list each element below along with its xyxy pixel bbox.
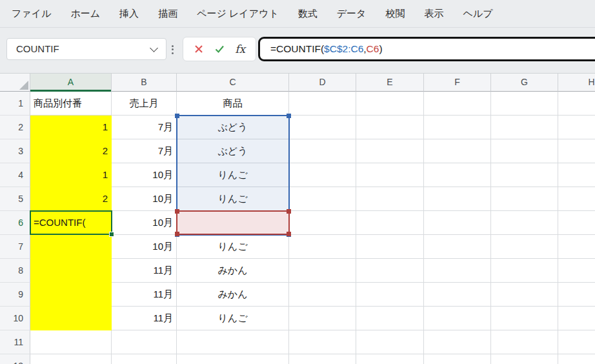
cell-f1[interactable]	[424, 92, 491, 116]
cell-c5[interactable]: りんご	[177, 187, 289, 211]
cell-e3[interactable]	[356, 139, 424, 163]
menu-tab-2[interactable]: 挿入	[119, 8, 139, 20]
cell-b11[interactable]	[112, 330, 177, 354]
cell-a5[interactable]: 2	[30, 187, 112, 211]
menu-tab-8[interactable]: 表示	[424, 8, 443, 20]
column-header-a[interactable]: A	[30, 74, 112, 92]
cell-a12[interactable]	[30, 354, 112, 364]
cell-c12[interactable]	[177, 354, 289, 364]
row-header-1[interactable]: 1	[0, 92, 30, 116]
column-header-e[interactable]: E	[356, 74, 424, 92]
cell-e2[interactable]	[356, 116, 424, 139]
cell-c2[interactable]: ぶどう	[177, 116, 289, 139]
row-header-6[interactable]: 6	[0, 211, 30, 235]
cell-g9[interactable]	[491, 283, 558, 307]
column-header-c[interactable]: C	[177, 74, 289, 92]
menu-tab-7[interactable]: 校閲	[385, 8, 405, 20]
column-header-h[interactable]: H	[558, 74, 595, 92]
cell-b6[interactable]: 10月	[112, 211, 177, 235]
cell-b1[interactable]: 売上月	[112, 92, 177, 116]
cancel-button[interactable]	[194, 44, 204, 54]
cell-h2[interactable]	[558, 116, 595, 139]
cell-a1[interactable]: 商品別付番	[30, 92, 112, 116]
cell-d6[interactable]	[289, 211, 356, 235]
cell-d7[interactable]	[289, 235, 356, 259]
cell-e10[interactable]	[356, 307, 424, 330]
cell-a11[interactable]	[30, 330, 112, 354]
chevron-down-icon[interactable]	[150, 44, 158, 52]
menu-tab-0[interactable]: ファイル	[12, 8, 51, 20]
cell-b9[interactable]: 11月	[112, 283, 177, 307]
cell-f8[interactable]	[424, 259, 491, 283]
menu-tab-1[interactable]: ホーム	[70, 8, 100, 20]
cell-g1[interactable]	[491, 92, 558, 116]
cell-a2[interactable]: 1	[30, 116, 112, 139]
cell-d4[interactable]	[289, 163, 356, 187]
menu-tab-4[interactable]: ページ レイアウト	[197, 8, 279, 20]
cell-a4[interactable]: 1	[30, 163, 112, 187]
cell-e5[interactable]	[356, 187, 424, 211]
cell-c3[interactable]: ぶどう	[177, 139, 289, 163]
cell-b2[interactable]: 7月	[112, 116, 177, 139]
formula-input[interactable]: =COUNTIF($C$2:C6,C6)	[258, 37, 595, 61]
cell-f6[interactable]	[424, 211, 491, 235]
cell-f5[interactable]	[424, 187, 491, 211]
cell-b5[interactable]: 10月	[112, 187, 177, 211]
cell-c4[interactable]: りんご	[177, 163, 289, 187]
cell-d12[interactable]	[289, 354, 356, 364]
row-header-8[interactable]: 8	[0, 259, 30, 283]
cell-e4[interactable]	[356, 163, 424, 187]
cell-a10[interactable]	[30, 307, 112, 330]
column-header-d[interactable]: D	[289, 74, 356, 92]
cell-d2[interactable]	[289, 116, 356, 139]
cell-c6[interactable]: ぶどう	[177, 211, 289, 235]
cell-e9[interactable]	[356, 283, 424, 307]
cell-h12[interactable]	[558, 354, 595, 364]
cell-c9[interactable]: みかん	[177, 283, 289, 307]
column-header-b[interactable]: B	[112, 74, 177, 92]
cell-c7[interactable]: りんご	[177, 235, 289, 259]
cell-a6[interactable]: =COUNTIF(	[30, 211, 112, 235]
cell-f7[interactable]	[424, 235, 491, 259]
cell-a7[interactable]	[30, 235, 112, 259]
cell-g4[interactable]	[491, 163, 558, 187]
row-header-3[interactable]: 3	[0, 139, 30, 163]
cell-g7[interactable]	[491, 235, 558, 259]
cell-f2[interactable]	[424, 116, 491, 139]
cell-h3[interactable]	[558, 139, 595, 163]
cell-e11[interactable]	[356, 330, 424, 354]
row-header-10[interactable]: 10	[0, 307, 30, 330]
cell-f11[interactable]	[424, 330, 491, 354]
cell-f12[interactable]	[424, 354, 491, 364]
row-header-12[interactable]: 12	[0, 354, 30, 364]
cell-g10[interactable]	[491, 307, 558, 330]
cell-b8[interactable]: 11月	[112, 259, 177, 283]
cell-h11[interactable]	[558, 330, 595, 354]
cell-e6[interactable]	[356, 211, 424, 235]
row-header-4[interactable]: 4	[0, 163, 30, 187]
cell-d8[interactable]	[289, 259, 356, 283]
cell-g12[interactable]	[491, 354, 558, 364]
row-header-11[interactable]: 11	[0, 330, 30, 354]
cell-a8[interactable]	[30, 259, 112, 283]
cell-h8[interactable]	[558, 259, 595, 283]
menu-tab-6[interactable]: データ	[337, 8, 367, 20]
row-header-5[interactable]: 5	[0, 187, 30, 211]
menu-tab-5[interactable]: 数式	[298, 8, 318, 20]
cell-g2[interactable]	[491, 116, 558, 139]
cell-h4[interactable]	[558, 163, 595, 187]
enter-button[interactable]	[214, 44, 225, 54]
column-header-g[interactable]: G	[491, 74, 558, 92]
cell-f10[interactable]	[424, 307, 491, 330]
cell-h6[interactable]	[558, 211, 595, 235]
cell-c10[interactable]: りんご	[177, 307, 289, 330]
cell-d5[interactable]	[289, 187, 356, 211]
cell-e8[interactable]	[356, 259, 424, 283]
cell-g11[interactable]	[491, 330, 558, 354]
name-box[interactable]: COUNTIF	[6, 38, 166, 60]
cell-h9[interactable]	[558, 283, 595, 307]
cell-d1[interactable]	[289, 92, 356, 116]
cell-d9[interactable]	[289, 283, 356, 307]
cell-e1[interactable]	[356, 92, 424, 116]
cell-a3[interactable]: 2	[30, 139, 112, 163]
